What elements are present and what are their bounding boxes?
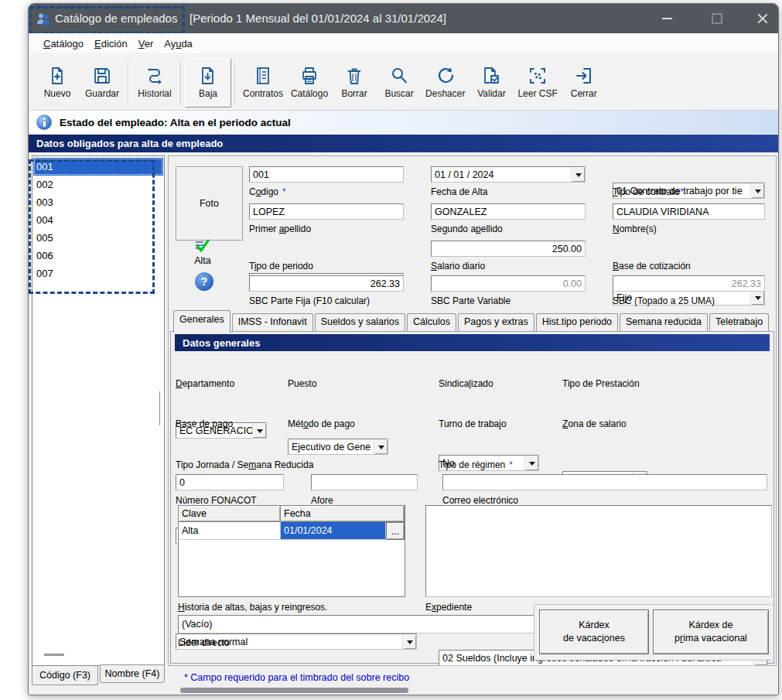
kardex-prima-line1: Kárdex de xyxy=(689,619,733,632)
toolbar-label: Validar xyxy=(477,88,505,99)
horizontal-scrollbar-thumb[interactable] xyxy=(180,688,408,693)
minimize-button[interactable] xyxy=(650,4,684,33)
segundo-apellido-input[interactable]: GONZALEZ xyxy=(431,203,586,220)
table-cell-fecha[interactable]: 01/01/2024 xyxy=(281,522,386,540)
chevron-down-icon[interactable] xyxy=(252,423,266,438)
tab-calculos[interactable]: Cálculos xyxy=(407,313,456,332)
historia-caption: Historia de altas, bajas y reingresos. xyxy=(178,602,327,613)
toolbar-label: Catálogo xyxy=(291,88,328,99)
toolbar-button-buscar[interactable]: Buscar xyxy=(377,59,422,107)
toolbar-separator xyxy=(234,61,236,104)
chevron-down-icon[interactable] xyxy=(524,456,538,470)
puesto-select[interactable]: Ejecutivo de Gene xyxy=(288,439,388,455)
chevron-down-icon[interactable] xyxy=(750,290,764,305)
codigo-label: Codigo* xyxy=(249,186,286,197)
tab-sueldos-salarios[interactable]: Sueldos y salarios xyxy=(315,313,405,332)
chevron-down-icon[interactable] xyxy=(571,167,585,182)
detail-tabs: Generales IMSS - Infonavit Sueldos y sal… xyxy=(173,312,770,332)
codigo-input[interactable]: 001 xyxy=(249,166,404,183)
kardex-vacaciones-button[interactable]: Kárdex de vacaciones xyxy=(539,610,649,654)
puesto-value: Ejecutivo de Gene xyxy=(292,442,374,452)
help-icon[interactable]: ? xyxy=(195,272,213,291)
annotation-box-employee-list xyxy=(29,159,155,294)
toolbar-button-leer-csf[interactable]: Leer CSF xyxy=(514,59,561,107)
metodo-pago-label: Método de pago xyxy=(288,418,355,429)
fecha-alta-select[interactable]: 01 / 01 / 2024 xyxy=(431,166,586,183)
chevron-down-icon[interactable] xyxy=(374,439,388,454)
turno-trabajo-label: Turno de trabajo xyxy=(439,418,507,429)
tab-nombre-f4[interactable]: Nombre (F4) xyxy=(100,664,165,683)
kardex-prima-line2: prima vacacional xyxy=(674,632,747,645)
chevron-down-icon[interactable] xyxy=(750,183,764,198)
new-document-icon xyxy=(47,66,67,86)
tab-imss-infonavit[interactable]: IMSS - Infonavit xyxy=(232,313,313,332)
sbc-variable-input: 0.00 xyxy=(431,275,586,292)
photo-placeholder[interactable]: Foto xyxy=(176,166,243,241)
toolbar-button-borrar[interactable]: Borrar xyxy=(332,59,377,107)
menu-ver[interactable]: Ver xyxy=(133,36,159,52)
qr-code-icon xyxy=(528,66,548,86)
toolbar-button-nuevo[interactable]: Nuevo xyxy=(35,59,80,107)
sbc-topado-input: 262.33 xyxy=(613,275,765,292)
tab-pagos-extras[interactable]: Pagos y extras xyxy=(458,313,534,332)
expediente-label: Expediente xyxy=(425,602,472,613)
nombres-input[interactable]: CLAUDIA VIRIDIANA xyxy=(613,203,765,220)
alta-check-icon xyxy=(192,237,212,255)
close-button[interactable] xyxy=(746,4,780,33)
expediente-area[interactable] xyxy=(425,505,772,597)
menu-edicion[interactable]: Edición xyxy=(89,36,133,52)
sbc-topado-label: SBC (Topado a 25 UMA) xyxy=(613,295,715,306)
puesto-label: Puesto xyxy=(288,378,316,389)
base-pago-label: Base de pago xyxy=(176,418,233,429)
salario-diario-input[interactable]: 250.00 xyxy=(431,241,586,257)
tab-semana-reducida[interactable]: Semana reducida xyxy=(620,313,708,332)
tab-hist-tipo-periodo[interactable]: Hist.tipo periodo xyxy=(536,313,618,332)
sbc-fija-input[interactable]: 262.33 xyxy=(249,275,404,292)
tab-generales[interactable]: Generales xyxy=(173,310,231,333)
afore-input[interactable] xyxy=(311,474,418,490)
toolbar-label: Borrar xyxy=(341,88,367,99)
tab-teletrabajo[interactable]: Teletrabajo xyxy=(709,313,769,332)
photo-label: Foto xyxy=(200,198,219,209)
list-scrollbar-thumb[interactable] xyxy=(44,654,64,656)
toolbar-label: Cerrar xyxy=(571,88,597,99)
printer-icon xyxy=(299,66,319,86)
employee-termination-icon xyxy=(198,66,218,86)
toolbar-button-cerrar[interactable]: Cerrar xyxy=(562,59,606,107)
segundo-apellido-value: GONZALEZ xyxy=(435,207,582,217)
sindicalizado-label: Sindicalizado xyxy=(439,378,493,389)
toolbar-button-baja[interactable]: Baja xyxy=(185,58,231,108)
toolbar-button-validar[interactable]: Validar xyxy=(469,59,514,107)
chevron-down-icon[interactable] xyxy=(402,634,416,649)
maximize-button[interactable] xyxy=(700,4,734,33)
menu-catalogo[interactable]: Catálogo xyxy=(38,36,89,52)
correo-input[interactable] xyxy=(442,474,767,490)
correo-label: Correo electrónico xyxy=(442,495,518,506)
afore-label: Afore xyxy=(311,495,333,506)
sbc-variable-value: 0.00 xyxy=(435,278,582,289)
segundo-apellido-label: Segundo apellido xyxy=(431,224,503,234)
tab-codigo-f3[interactable]: Código (F3) xyxy=(32,666,98,685)
undo-icon xyxy=(435,66,456,86)
toolbar-button-deshacer[interactable]: Deshacer xyxy=(422,59,469,107)
column-header-clave[interactable]: Clave xyxy=(179,506,281,522)
primer-apellido-input[interactable]: LOPEZ xyxy=(249,203,404,220)
column-header-fecha[interactable]: Fecha xyxy=(281,506,405,522)
table-cell-clave[interactable]: Alta xyxy=(179,522,281,540)
browse-date-button[interactable]: ... xyxy=(386,522,405,540)
zona-salario-label: Zona de salario xyxy=(562,418,627,429)
menu-ayuda[interactable]: Ayuda xyxy=(159,36,198,52)
exit-icon xyxy=(574,66,594,86)
magnifier-icon xyxy=(389,66,409,86)
toolbar-button-catalogo[interactable]: Catálogo xyxy=(287,59,332,107)
section-header-generales: Datos generales xyxy=(175,334,770,351)
trash-icon xyxy=(344,66,364,86)
fonacot-input[interactable]: 0 xyxy=(176,474,284,490)
window-title-period: [Periodo 1 Mensual del 01/01/2024 al 31/… xyxy=(190,4,446,33)
toolbar-separator xyxy=(180,61,182,104)
splitter-handle[interactable] xyxy=(159,391,160,425)
toolbar-button-historial[interactable]: Historial xyxy=(132,59,177,107)
toolbar-button-contratos[interactable]: Contratos xyxy=(239,59,287,107)
kardex-prima-vacacional-button[interactable]: Kárdex de prima vacacional xyxy=(653,610,769,654)
toolbar-button-guardar[interactable]: Guardar xyxy=(80,59,125,107)
